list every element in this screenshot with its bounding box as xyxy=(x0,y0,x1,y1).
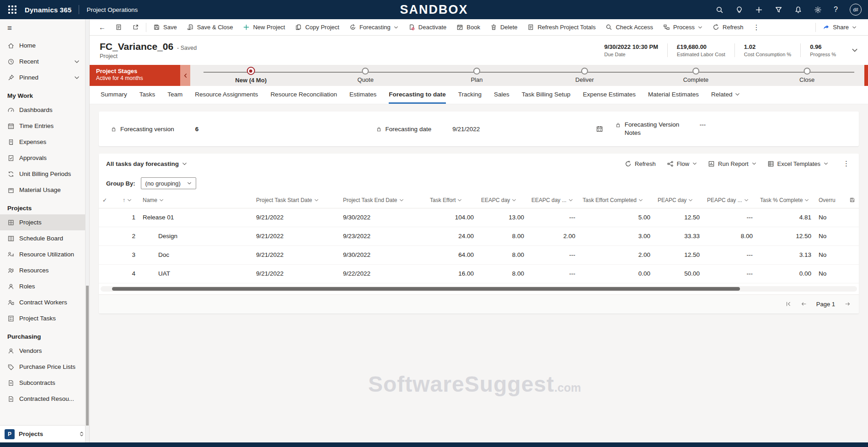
group-by-select[interactable]: (no grouping) xyxy=(141,177,196,189)
tab-resource-assignments[interactable]: Resource Assignments xyxy=(195,91,258,104)
column-header-peapc-day[interactable]: PEAPC day xyxy=(654,193,703,208)
tab-expense-estimates[interactable]: Expense Estimates xyxy=(583,91,636,104)
tab-forecasting-to-date[interactable]: Forecasting to date xyxy=(389,91,446,104)
column-header-sort[interactable]: ↑ xyxy=(119,193,139,208)
sidebar-item-expenses[interactable]: Expenses xyxy=(0,134,85,150)
tab-tracking[interactable]: Tracking xyxy=(458,91,482,104)
tab-estimates[interactable]: Estimates xyxy=(349,91,376,104)
app-area-name[interactable]: Project Operations xyxy=(86,6,138,13)
sidebar-scrollbar[interactable] xyxy=(85,19,89,442)
stage-new[interactable]: New (4 Mo) xyxy=(235,68,267,84)
hamburger-menu-icon[interactable]: ≡ xyxy=(0,19,85,37)
column-header-eeapc-day[interactable]: EEAPC day xyxy=(477,193,528,208)
sidebar-item-time-entries[interactable]: Time Entries xyxy=(0,118,85,134)
save-layout-icon[interactable] xyxy=(849,197,855,203)
task-name-link[interactable]: Release 01 xyxy=(139,208,252,227)
more-commands-button[interactable]: ⋮ xyxy=(749,23,765,32)
column-header-name[interactable]: Name xyxy=(139,193,252,208)
forecasting-date-field[interactable]: Forecasting date 9/21/2022 xyxy=(376,125,615,133)
help-question-icon[interactable]: ? xyxy=(834,5,838,14)
forecasting-menu-button[interactable]: Forecasting xyxy=(344,19,403,36)
book-button[interactable]: Book xyxy=(451,19,485,36)
chevron-up-down-icon[interactable] xyxy=(79,431,85,437)
sidebar-item-projects[interactable]: Projects xyxy=(0,214,85,230)
quick-create-plus-icon[interactable] xyxy=(755,6,763,14)
column-header-task-effort-completed[interactable]: Task Effort Completed xyxy=(579,193,654,208)
app-title[interactable]: Dynamics 365 xyxy=(25,6,71,14)
task-name-link[interactable]: UAT xyxy=(139,264,252,283)
save-and-close-button[interactable]: Save & Close xyxy=(182,19,238,36)
column-header-overrun[interactable]: Overru xyxy=(815,193,859,208)
sidebar-item-vendors[interactable]: Vendors xyxy=(0,343,85,359)
column-header-end-date[interactable]: Project Task End Date xyxy=(339,193,426,208)
copy-project-button[interactable]: Copy Project xyxy=(290,19,344,36)
sidebar-item-resources[interactable]: Resources xyxy=(0,262,85,278)
sidebar-item-roles[interactable]: Roles xyxy=(0,278,85,294)
share-menu-button[interactable]: Share xyxy=(818,19,862,36)
save-button[interactable]: Save xyxy=(148,19,182,36)
settings-gear-icon[interactable] xyxy=(814,6,822,14)
tab-sales[interactable]: Sales xyxy=(494,91,509,104)
table-row[interactable]: 2 Design 9/21/2022 9/23/2022 24.00 8.00 … xyxy=(99,227,859,245)
row-checkbox[interactable] xyxy=(99,227,119,245)
task-name-link[interactable]: Doc xyxy=(139,245,252,264)
tab-tasks[interactable]: Tasks xyxy=(139,91,155,104)
sidebar-item-schedule-board[interactable]: Schedule Board xyxy=(0,230,85,246)
new-project-button[interactable]: New Project xyxy=(238,19,290,36)
task-name-link[interactable]: Design xyxy=(139,227,252,245)
user-avatar[interactable]: d# xyxy=(850,4,862,16)
horizontal-scrollbar[interactable] xyxy=(101,286,857,292)
grid-more-commands-button[interactable]: ⋮ xyxy=(839,160,852,168)
column-header-eeapc-day-2[interactable]: EEAPC day ... xyxy=(528,193,579,208)
filter-funnel-icon[interactable] xyxy=(775,6,782,14)
column-header-peapc-day-2[interactable]: PEAPC day ... xyxy=(703,193,756,208)
tab-task-billing-setup[interactable]: Task Billing Setup xyxy=(522,91,571,104)
stage-complete[interactable]: Complete xyxy=(683,68,709,83)
delete-button[interactable]: Delete xyxy=(485,19,523,36)
column-header-task-effort[interactable]: Task Effort xyxy=(426,193,477,208)
sidebar-item-unit-billing-periods[interactable]: Unit Billing Periods xyxy=(0,166,85,182)
run-report-menu-button[interactable]: Run Report xyxy=(708,160,756,167)
sidebar-item-resource-utilization[interactable]: Resource Utilization xyxy=(0,246,85,262)
sidebar-item-purchase-price-lists[interactable]: Purchase Price Lists xyxy=(0,359,85,375)
column-header-task-pct-complete[interactable]: Task % Complete xyxy=(756,193,815,208)
forecasting-version-field[interactable]: Forecasting version 6 xyxy=(111,126,376,133)
stage-quote[interactable]: Quote xyxy=(358,68,374,83)
sidebar-item-material-usage[interactable]: Material Usage xyxy=(0,182,85,198)
back-button[interactable]: ← xyxy=(94,23,110,31)
column-header-start-date[interactable]: Project Task Start Date xyxy=(252,193,339,208)
excel-templates-menu-button[interactable]: Excel Templates xyxy=(767,160,828,167)
tab-resource-reconciliation[interactable]: Resource Reconciliation xyxy=(270,91,337,104)
sidebar-item-approvals[interactable]: Approvals xyxy=(0,150,85,166)
row-checkbox[interactable] xyxy=(99,245,119,264)
refresh-button[interactable]: Refresh xyxy=(707,19,749,36)
popout-button[interactable] xyxy=(127,19,144,36)
view-selector[interactable]: All tasks day forecasting xyxy=(106,160,187,167)
tab-related[interactable]: Related xyxy=(711,91,740,104)
first-page-icon[interactable] xyxy=(785,301,792,307)
process-menu-button[interactable]: Process xyxy=(658,19,707,36)
chevron-down-icon[interactable] xyxy=(74,75,80,80)
calendar-picker-icon[interactable] xyxy=(596,125,603,133)
select-all-checkbox[interactable]: ✓ xyxy=(99,193,119,208)
search-icon[interactable] xyxy=(716,6,723,14)
table-row[interactable]: 3 Doc 9/21/2022 9/30/2022 64.00 8.00 ---… xyxy=(99,245,859,264)
sidebar-item-dashboards[interactable]: Dashboards xyxy=(0,102,85,118)
lightbulb-icon[interactable] xyxy=(735,6,743,14)
deactivate-button[interactable]: Deactivate xyxy=(403,19,451,36)
tab-summary[interactable]: Summary xyxy=(101,91,127,104)
sidebar-scrollbar-thumb[interactable] xyxy=(86,286,89,426)
sidebar-item-recent[interactable]: Recent xyxy=(0,53,85,69)
table-row[interactable]: 1 Release 01 9/21/2022 9/30/2022 104.00 … xyxy=(99,208,859,227)
sidebar-item-contracted-resources[interactable]: Contracted Resou... xyxy=(0,391,85,407)
sidebar-item-home[interactable]: Home xyxy=(0,37,85,53)
row-checkbox[interactable] xyxy=(99,264,119,283)
previous-page-icon[interactable] xyxy=(801,301,807,307)
show-form-notes-button[interactable] xyxy=(110,19,127,36)
stage-close[interactable]: Close xyxy=(799,68,814,83)
table-row[interactable]: 4 UAT 9/21/2022 9/22/2022 16.00 8.00 ---… xyxy=(99,264,859,283)
chevron-down-icon[interactable] xyxy=(74,59,80,64)
sidebar-item-subcontracts[interactable]: Subcontracts xyxy=(0,375,85,391)
horizontal-scrollbar-thumb[interactable] xyxy=(112,287,740,291)
header-expand-chevron-icon[interactable] xyxy=(852,47,858,53)
